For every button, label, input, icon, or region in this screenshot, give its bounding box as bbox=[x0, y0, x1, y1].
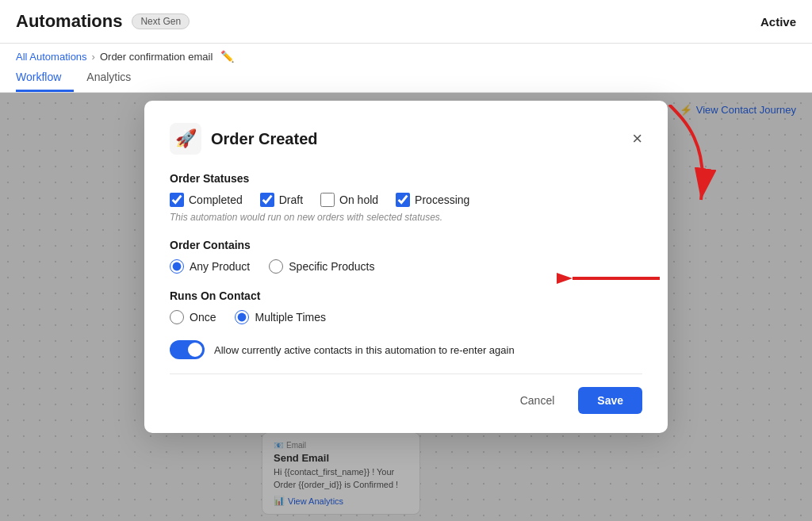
order-statuses-section: Order Statuses Completed Draft On hold bbox=[170, 172, 642, 223]
checkbox-on-hold[interactable]: On hold bbox=[320, 193, 378, 207]
checkbox-draft[interactable]: Draft bbox=[260, 193, 303, 207]
modal-divider bbox=[170, 374, 642, 374]
radio-any-product[interactable]: Any Product bbox=[170, 259, 250, 274]
checkbox-row: Completed Draft On hold Processing bbox=[170, 193, 642, 207]
toggle-row: Allow currently active contacts in this … bbox=[170, 340, 642, 359]
save-button[interactable]: Save bbox=[578, 387, 642, 414]
breadcrumb-separator: › bbox=[92, 51, 95, 63]
checkbox-completed[interactable]: Completed bbox=[170, 193, 243, 207]
top-bar: Automations Next Gen Active bbox=[0, 0, 812, 44]
modal-title: Order Created bbox=[211, 130, 318, 148]
toggle-label: Allow currently active contacts in this … bbox=[214, 344, 515, 356]
radio-specific-products[interactable]: Specific Products bbox=[269, 259, 374, 274]
order-statuses-hint: This automation would run on new orders … bbox=[170, 212, 642, 223]
main-content: ⚡ View Contact Journey 📧 Email Send Emai… bbox=[0, 93, 812, 521]
modal-rocket-icon: 🚀 bbox=[170, 123, 201, 155]
breadcrumb-parent-link[interactable]: All Automations bbox=[16, 51, 87, 63]
radio-multiple-times-input[interactable] bbox=[235, 310, 249, 324]
tab-analytics[interactable]: Analytics bbox=[86, 63, 144, 92]
modal-dialog: 🚀 Order Created × Order Statuses Complet… bbox=[144, 101, 668, 433]
next-gen-badge: Next Gen bbox=[132, 13, 190, 29]
runs-on-contact-radio-row: Once Multiple Times bbox=[170, 310, 642, 324]
page-title: Automations bbox=[16, 11, 122, 32]
checkbox-completed-input[interactable] bbox=[170, 193, 184, 207]
cancel-button[interactable]: Cancel bbox=[506, 387, 569, 414]
toggle-slider bbox=[170, 340, 205, 359]
radio-once-input[interactable] bbox=[170, 310, 184, 324]
checkbox-processing-input[interactable] bbox=[396, 193, 410, 207]
checkbox-on-hold-input[interactable] bbox=[320, 193, 335, 207]
radio-once[interactable]: Once bbox=[170, 310, 216, 324]
reenter-toggle[interactable] bbox=[170, 340, 205, 359]
order-contains-radio-row: Any Product Specific Products bbox=[170, 259, 642, 274]
active-status: Active bbox=[760, 15, 796, 29]
order-contains-section: Order Contains Any Product Specific Prod… bbox=[170, 239, 642, 274]
checkbox-processing[interactable]: Processing bbox=[396, 193, 469, 207]
checkbox-draft-input[interactable] bbox=[260, 193, 274, 207]
breadcrumb: All Automations › Order confirmation ema… bbox=[0, 44, 812, 63]
radio-multiple-times[interactable]: Multiple Times bbox=[235, 310, 325, 324]
runs-on-contact-section: Runs On Contact Once Multiple Times bbox=[170, 289, 642, 324]
radio-specific-products-input[interactable] bbox=[269, 259, 283, 274]
modal-title-group: 🚀 Order Created bbox=[170, 123, 318, 155]
runs-on-contact-label: Runs On Contact bbox=[170, 289, 642, 302]
tab-workflow[interactable]: Workflow bbox=[16, 63, 74, 92]
modal-overlay: 🚀 Order Created × Order Statuses Complet… bbox=[0, 93, 812, 521]
edit-icon[interactable]: ✏️ bbox=[220, 50, 234, 63]
order-statuses-label: Order Statuses bbox=[170, 172, 642, 185]
order-contains-label: Order Contains bbox=[170, 239, 642, 251]
tabs-bar: Workflow Analytics bbox=[0, 63, 812, 93]
modal-header: 🚀 Order Created × bbox=[170, 123, 642, 155]
top-bar-left: Automations Next Gen bbox=[16, 11, 190, 32]
breadcrumb-current: Order confirmation email bbox=[100, 51, 213, 63]
modal-footer: Cancel Save bbox=[170, 387, 642, 414]
modal-close-button[interactable]: × bbox=[632, 130, 642, 147]
radio-any-product-input[interactable] bbox=[170, 259, 184, 274]
